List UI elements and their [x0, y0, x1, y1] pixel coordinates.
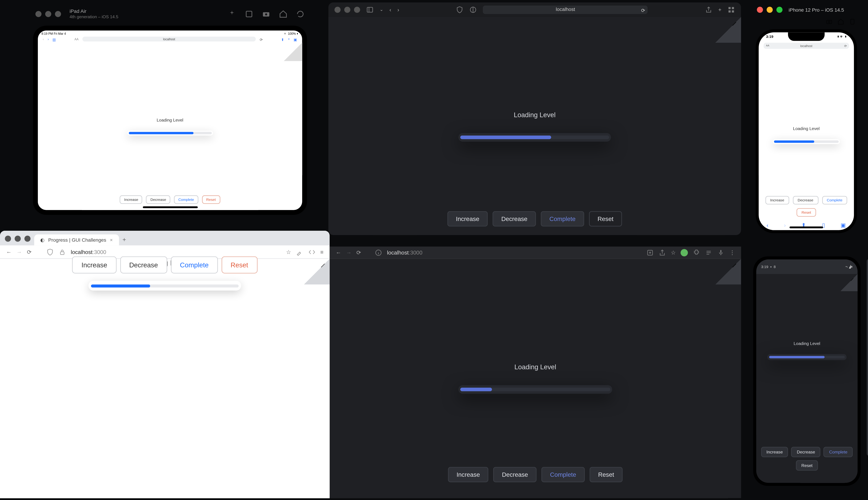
share-icon[interactable]	[659, 249, 666, 257]
increase-button[interactable]: Increase	[448, 467, 489, 482]
traffic-lights[interactable]	[5, 233, 31, 245]
ipad-status-bar: 8:19 PM Fri Mar 4 ᯤ 100% ▮	[38, 31, 302, 35]
appearance-icon[interactable]	[470, 6, 477, 13]
progress-fill	[128, 132, 193, 134]
reload-icon[interactable]: ⟳	[641, 7, 646, 15]
home-indicator	[789, 226, 823, 228]
chevron-down-icon[interactable]: ⌄	[380, 7, 383, 12]
decrease-button[interactable]: Decrease	[793, 196, 818, 205]
tabs-icon[interactable]: ▣	[294, 37, 297, 41]
back-icon[interactable]: ‹	[766, 222, 768, 228]
increase-button[interactable]: Increase	[765, 196, 789, 205]
safari-url-field[interactable]: localhost⟳	[483, 5, 648, 14]
shield-icon[interactable]	[456, 6, 464, 13]
camera-icon[interactable]	[826, 18, 833, 25]
url-text[interactable]: localhost:3000	[71, 249, 106, 255]
mic-icon[interactable]	[717, 249, 724, 257]
forward-icon[interactable]: ›	[397, 7, 399, 13]
back-icon[interactable]: ←	[336, 250, 341, 256]
menu-icon[interactable]: ⋮	[730, 250, 735, 256]
complete-button[interactable]: Complete	[822, 196, 847, 205]
share-icon[interactable]	[705, 6, 712, 13]
traffic-lights[interactable]	[757, 4, 783, 15]
decrease-button[interactable]: Decrease	[146, 195, 170, 204]
back-icon[interactable]: ‹	[43, 37, 44, 41]
info-icon[interactable]	[375, 249, 382, 257]
increase-button[interactable]: Increase	[447, 211, 488, 227]
home-icon[interactable]	[837, 18, 844, 25]
decrease-button[interactable]: Decrease	[493, 211, 536, 227]
camera-icon[interactable]	[262, 10, 270, 18]
reset-button[interactable]: Reset	[590, 467, 623, 482]
back-icon[interactable]: ‹	[389, 7, 391, 13]
reading-list-icon[interactable]	[705, 249, 712, 257]
screenshot-icon[interactable]	[245, 10, 253, 18]
bookmark-star-icon[interactable]: ☆	[286, 249, 291, 255]
android-device-frame: 3:19 ▪ 8 ᯓ◢▮ Loading Level Increase Decr…	[753, 257, 861, 486]
devtools-fold-icon[interactable]	[716, 17, 741, 43]
increase-button[interactable]: Increase	[72, 257, 116, 273]
forward-icon[interactable]: →	[346, 250, 352, 256]
button-row: Increase Decrease Complete Reset	[72, 257, 257, 273]
safari-url-field[interactable]: localhost	[82, 37, 256, 42]
install-icon[interactable]	[646, 249, 654, 257]
menu-icon[interactable]: ≡	[320, 249, 323, 255]
home-icon[interactable]	[279, 10, 287, 18]
extension-icon[interactable]	[681, 249, 688, 257]
sparkle-icon[interactable]	[228, 10, 236, 18]
reload-icon[interactable]: ⟳	[844, 43, 847, 49]
rotate-icon[interactable]	[296, 10, 305, 18]
sidebar-icon[interactable]: ▥	[53, 37, 56, 41]
new-tab-icon[interactable]: +	[123, 236, 126, 246]
devtools-fold-icon[interactable]	[284, 43, 302, 61]
new-tab-icon[interactable]: +	[288, 37, 290, 41]
complete-button[interactable]: Complete	[824, 447, 853, 457]
share-icon[interactable]: ⬆	[281, 37, 284, 41]
extensions-icon[interactable]	[693, 249, 700, 257]
reload-icon[interactable]: ⟳	[356, 250, 361, 256]
rotate-icon[interactable]	[849, 18, 856, 25]
bookmark-star-icon[interactable]: ☆	[671, 250, 676, 256]
tabs-icon[interactable]: ▣	[841, 222, 846, 228]
reset-button[interactable]: Reset	[221, 257, 258, 273]
lock-icon[interactable]	[59, 248, 66, 255]
increase-button[interactable]: Increase	[761, 447, 788, 457]
back-icon[interactable]: ←	[6, 249, 12, 255]
browser-dark-page-content: Loading Level Increase Decrease Complete…	[330, 259, 741, 498]
sidebar-icon[interactable]	[366, 6, 374, 13]
increase-button[interactable]: Increase	[120, 195, 142, 204]
devtools-fold-icon[interactable]	[716, 259, 741, 285]
reset-button[interactable]: Reset	[796, 460, 818, 471]
complete-button[interactable]: Complete	[541, 467, 585, 482]
complete-button[interactable]: Complete	[541, 211, 584, 227]
reload-icon[interactable]: ⟳	[260, 37, 263, 41]
complete-button[interactable]: Complete	[171, 257, 218, 273]
reader-icon[interactable]: AA	[75, 37, 79, 41]
browser-tab[interactable]: ◐ Progress | GUI Challenges ×	[34, 234, 119, 245]
traffic-lights[interactable]	[334, 4, 360, 15]
devtools-icon[interactable]	[308, 248, 316, 255]
forward-icon[interactable]: →	[16, 249, 22, 255]
decrease-button[interactable]: Decrease	[791, 447, 821, 457]
safari-url-field[interactable]: AA localhost ⟳	[764, 43, 849, 49]
reset-button[interactable]: Reset	[589, 211, 622, 227]
reset-button[interactable]: Reset	[797, 208, 816, 217]
traffic-lights[interactable]	[35, 9, 61, 20]
safari-page-content: Loading Level Increase Decrease Complete…	[329, 17, 741, 235]
reload-icon[interactable]: ⟳	[27, 249, 32, 255]
reset-button[interactable]: Reset	[202, 195, 220, 204]
url-text[interactable]: localhost:3000	[387, 250, 422, 256]
reader-icon[interactable]: AA	[766, 43, 769, 49]
forward-icon[interactable]: ›	[784, 222, 786, 228]
devtools-fold-icon[interactable]	[841, 274, 858, 291]
shield-icon[interactable]	[46, 248, 54, 255]
tab-close-icon[interactable]: ×	[110, 237, 113, 243]
complete-button[interactable]: Complete	[174, 195, 198, 204]
decrease-button[interactable]: Decrease	[120, 257, 167, 273]
decrease-button[interactable]: Decrease	[493, 467, 537, 482]
devtools-fold-icon[interactable]	[304, 259, 330, 285]
eyedropper-icon[interactable]	[296, 248, 303, 255]
new-tab-icon[interactable]: +	[718, 7, 721, 13]
forward-icon[interactable]: ›	[48, 37, 49, 41]
tabs-grid-icon[interactable]	[728, 6, 735, 13]
